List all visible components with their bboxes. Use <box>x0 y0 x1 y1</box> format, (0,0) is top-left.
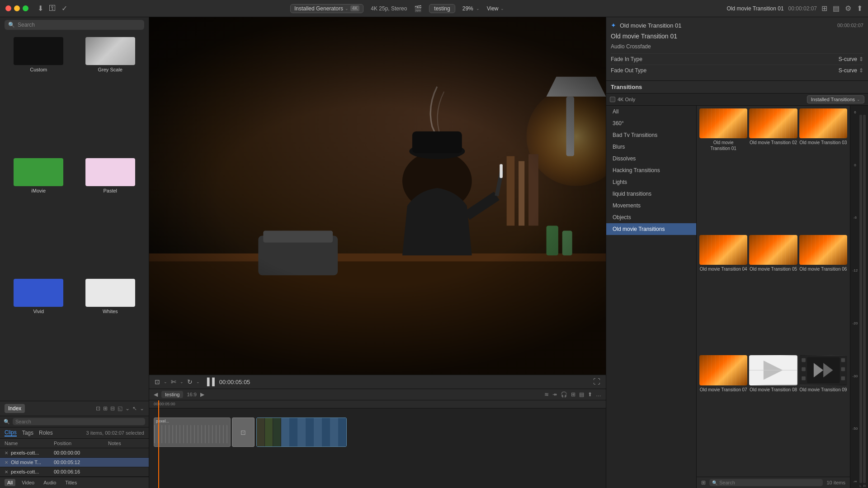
trim-icon[interactable]: ✄ <box>171 378 176 385</box>
playhead[interactable] <box>158 400 159 488</box>
clip-search-box[interactable] <box>13 418 145 425</box>
col-name: Name <box>5 441 54 446</box>
trans-label-07: Old movie Transition 07 <box>700 387 747 393</box>
category-360[interactable]: 360° <box>606 117 696 129</box>
timeline-project-name[interactable]: testing <box>161 391 183 398</box>
transition-item-02[interactable]: Old movie Transition 02 <box>749 108 797 233</box>
layout-icon[interactable]: ▤ <box>833 4 840 13</box>
key-icon[interactable]: ⚿ <box>49 4 56 13</box>
four-k-toggle[interactable]: 4K Only <box>610 97 635 102</box>
project-name[interactable]: testing <box>429 4 455 13</box>
tab-tags[interactable]: Tags <box>22 430 33 436</box>
timeline-forward-nav: ▶ <box>200 391 204 398</box>
clip-tool-4[interactable]: ◱ <box>118 405 123 412</box>
sync-arrow-icon[interactable]: ⌄ <box>196 380 200 384</box>
trim-arrow-icon[interactable]: ⌄ <box>180 380 184 384</box>
installed-dropdown[interactable]: Installed Transitions ⌄ <box>807 95 864 103</box>
timeline-forward-icon[interactable]: ▶ <box>200 391 204 398</box>
transition-item-04[interactable]: Old movie Transition 04 <box>699 235 747 354</box>
grid-view-icon[interactable]: ⊞ <box>821 4 827 13</box>
category-badtv[interactable]: Bad Tv Transitions <box>606 129 696 141</box>
filter-all[interactable]: All <box>5 479 15 486</box>
category-hacking[interactable]: Hacking Transitions <box>606 164 696 176</box>
transition-item-03[interactable]: Old movie Transition 03 <box>799 108 847 233</box>
fullscreen-button[interactable] <box>23 5 28 11</box>
timeline-clip-2[interactable] <box>256 418 347 447</box>
audio-in-icon[interactable]: ↠ <box>552 391 557 398</box>
cursor-icon[interactable]: ↖ <box>132 405 137 412</box>
share-icon[interactable]: ⬆ <box>857 4 863 13</box>
settings-icon[interactable]: ⚙ <box>845 4 851 13</box>
clip-tool-3[interactable]: ⊟ <box>110 405 115 412</box>
table-row[interactable]: ✕ pexels-cott... 00:00:06:16 <box>0 467 149 477</box>
search-icon: 🔍 <box>8 22 15 28</box>
category-all[interactable]: All <box>606 106 696 117</box>
category-lights[interactable]: Lights <box>606 176 696 188</box>
playback-bar: ⊡ ⌄ ✄ ⌄ ↻ ⌄ ▐▐ 00:00:05:05 ⛶ <box>149 375 606 389</box>
filter-video[interactable]: Video <box>19 479 37 486</box>
minimize-button[interactable] <box>14 5 20 11</box>
category-movements[interactable]: Movements <box>606 200 696 211</box>
export-icon[interactable]: ⬆ <box>588 391 592 398</box>
category-old-movie[interactable]: Old movie Transitions <box>606 223 696 235</box>
generator-item-vivid[interactable]: Vivid <box>5 279 73 396</box>
clip-tool-5[interactable]: ⌄ <box>125 405 130 412</box>
transitions-search-box[interactable]: 🔍 <box>709 479 823 486</box>
transition-item-06[interactable]: Old movie Transition 06 <box>799 235 847 354</box>
transition-item-09[interactable]: Old movie Transition 09 <box>799 355 847 474</box>
timeline-transition-clip[interactable]: ⊡ <box>232 418 255 447</box>
pause-button[interactable]: ▐▐ <box>204 378 215 386</box>
zoom-control[interactable]: 29% ⌄ <box>462 5 480 12</box>
audio-wave-icon[interactable]: ≋ <box>544 391 549 398</box>
generator-search-input[interactable] <box>18 22 141 28</box>
clip-position: 00:00:00:00 <box>54 450 108 455</box>
fullscreen-icon[interactable]: ⛶ <box>593 378 600 386</box>
preview-icon: 🎬 <box>414 5 422 12</box>
layout-view-icon[interactable]: ▤ <box>579 391 584 398</box>
category-objects[interactable]: Objects <box>606 211 696 223</box>
filter-titles[interactable]: Titles <box>62 479 80 486</box>
generator-item-custom[interactable]: Custom <box>5 37 73 155</box>
generator-item-pastel[interactable]: Pastel <box>76 158 145 276</box>
clip-tool-2[interactable]: ⊞ <box>103 405 108 412</box>
tab-clips[interactable]: Clips <box>5 429 17 436</box>
filter-audio[interactable]: Audio <box>41 479 59 486</box>
grid-icon-footer[interactable]: ⊞ <box>701 479 706 486</box>
table-row[interactable]: ✕ pexels-cott... 00:00:00:00 <box>0 448 149 458</box>
fade-in-stepper[interactable]: ⇕ <box>859 56 863 62</box>
four-k-label: 4K Only <box>618 97 635 102</box>
index-tab[interactable]: Index <box>5 404 25 413</box>
crop-arrow-icon[interactable]: ⌄ <box>164 380 167 384</box>
category-liquid[interactable]: liquid transitions <box>606 188 696 200</box>
fade-out-stepper[interactable]: ⇕ <box>859 67 863 74</box>
headphone-icon[interactable]: 🎧 <box>561 391 567 398</box>
transitions-search-input[interactable] <box>719 480 820 485</box>
clip-search-input[interactable] <box>15 419 142 424</box>
tab-roles[interactable]: Roles <box>39 430 53 436</box>
connect-icon[interactable]: ⊞ <box>571 391 576 398</box>
generator-item-greyscale[interactable]: Grey Scale <box>76 37 145 155</box>
clip-tool-1[interactable]: ⊡ <box>96 405 100 412</box>
generator-item-whites[interactable]: Whites <box>76 279 145 396</box>
generator-dropdown[interactable]: Installed Generators ⌄ 4K <box>290 4 363 13</box>
download-icon[interactable]: ⬇ <box>38 4 43 13</box>
four-k-checkbox[interactable] <box>610 97 615 102</box>
transition-item-08[interactable]: Old movie Transition 08 <box>749 355 797 474</box>
sync-icon[interactable]: ↻ <box>187 378 193 385</box>
category-dissolves[interactable]: Dissolves <box>606 153 696 164</box>
timeline-clip-1[interactable]: pexel... <box>154 418 231 447</box>
timeline-tracks-area[interactable]: 00:00:05:00 pexel... ⊡ <box>149 400 606 488</box>
close-button[interactable] <box>5 5 11 11</box>
generator-search-box[interactable]: 🔍 <box>5 20 144 30</box>
checkmark-icon[interactable]: ✓ <box>61 4 67 13</box>
crop-icon[interactable]: ⊡ <box>155 378 160 385</box>
view-button[interactable]: View ⌄ <box>487 5 504 12</box>
transition-item-01[interactable]: Old movieTransition 01 <box>699 108 747 233</box>
table-row[interactable]: ✕ Old movie T... 00:00:05:12 <box>0 458 149 467</box>
more-icon[interactable]: … <box>596 391 601 398</box>
transition-item-05[interactable]: Old movie Transition 05 <box>749 235 797 354</box>
timeline-back-icon[interactable]: ◀ <box>154 391 158 398</box>
transition-item-07[interactable]: Old movie Transition 07 <box>699 355 747 474</box>
generator-item-imovie[interactable]: iMovie <box>5 158 73 276</box>
category-blurs[interactable]: Blurs <box>606 141 696 153</box>
